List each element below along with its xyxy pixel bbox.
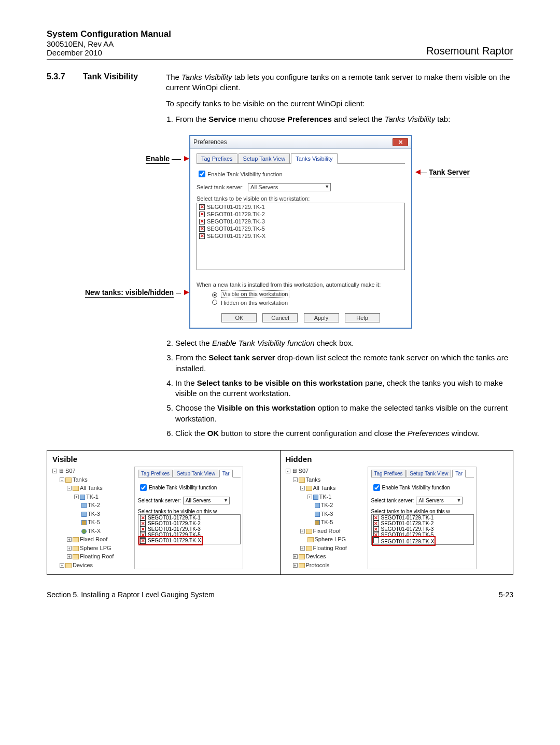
checkbox-icon[interactable]: ✕ (199, 233, 205, 239)
enable-checkbox-row[interactable]: Enable Tank Visibility function (197, 169, 405, 179)
radio-visible[interactable] (212, 292, 217, 298)
checkbox-icon[interactable]: ✕ (199, 204, 205, 210)
intro-para-1: The Tanks Visibility tab lets you config… (166, 72, 513, 93)
step-2: Select the Enable Tank Visibility functi… (175, 338, 513, 348)
ok-button[interactable]: OK (221, 313, 257, 322)
tab-tanks-visibility[interactable]: Tanks Visibility (291, 153, 337, 164)
visible-mini-dialog: Tag Prefixes Setup Tank View Tar Enable … (134, 467, 243, 569)
visible-title: Visible (52, 455, 275, 463)
product-name: Rosemount Raptor (426, 45, 513, 57)
comparison-box: Visible -🖥 S07 -Tanks -All Tanks +TK-1 T… (47, 450, 513, 575)
page-footer: Section 5. Installing a Raptor Level Gau… (47, 591, 513, 599)
step-3: From the Select tank server drop-down li… (175, 353, 513, 374)
server-dropdown[interactable]: All Servers (248, 183, 331, 191)
footer-right: 5-23 (499, 591, 513, 599)
callout-enable: Enable (70, 154, 189, 164)
help-button[interactable]: Help (345, 313, 380, 322)
select-server-label: Select tank server: (197, 184, 244, 190)
newtank-label: When a new tank is installed from this w… (197, 282, 405, 288)
enable-label: Enable Tank Visibility function (207, 171, 283, 177)
apply-button[interactable]: Apply (304, 313, 339, 322)
step-1: From the Service menu choose Preferences… (175, 114, 513, 124)
visible-tree: -🖥 S07 -Tanks -All Tanks +TK-1 TK-2 TK-3… (52, 467, 130, 569)
doc-code: 300510EN, Rev AA (47, 39, 171, 48)
radio-hidden-label: Hidden on this workstation (221, 300, 288, 306)
section-title: Tank Visibility (83, 72, 166, 130)
hidden-title: Hidden (286, 455, 508, 463)
hidden-tree: -🖥 S07 -Tanks -All Tanks +TK-1 TK-2 TK-3… (286, 467, 363, 569)
section-number: 5.3.7 (47, 72, 83, 130)
manual-title: System Configuration Manual (47, 29, 171, 39)
step-6: Click the OK button to store the current… (175, 428, 513, 439)
preferences-dialog: Preferences ✕ Tag Prefixes Setup Tank Vi… (189, 135, 412, 329)
enable-checkbox[interactable] (199, 171, 205, 177)
cancel-button[interactable]: Cancel (262, 313, 298, 322)
checkbox-icon[interactable]: ✕ (199, 226, 205, 232)
tab-setup-tank-view[interactable]: Setup Tank View (239, 153, 290, 163)
page-header: System Configuration Manual 300510EN, Re… (47, 29, 513, 60)
intro-para-2: To specify tanks to be visible on the cu… (166, 99, 513, 109)
checkbox-icon[interactable]: ✕ (199, 219, 205, 224)
callout-newtanks: New tanks: visible/hidden (70, 288, 189, 298)
step-5: Choose the Visible on this workstation o… (175, 403, 513, 424)
radio-visible-label: Visible on this workstation (221, 290, 289, 298)
radio-hidden-row[interactable]: Hidden on this workstation (212, 300, 405, 306)
preferences-figure: Enable New tanks: visible/hidden Prefere… (47, 135, 513, 329)
checkbox-icon[interactable]: ✕ (199, 212, 205, 217)
close-button[interactable]: ✕ (393, 138, 408, 146)
doc-date: December 2010 (47, 48, 171, 57)
select-tanks-label: Select tanks to be visible on this works… (197, 195, 405, 202)
callout-tankserver: Tank Server (412, 168, 490, 177)
hidden-mini-dialog: Tag Prefixes Setup Tank View Tar Enable … (368, 467, 477, 569)
radio-hidden[interactable] (212, 300, 217, 305)
dialog-title: Preferences (193, 138, 227, 146)
tank-list[interactable]: ✕SEGOT01-01729.TK-1 ✕SEGOT01-01729.TK-2 … (197, 203, 405, 270)
radio-visible-row[interactable]: Visible on this workstation (212, 291, 405, 298)
step-4: In the Select tanks to be visible on thi… (175, 378, 513, 399)
footer-left: Section 5. Installing a Raptor Level Gau… (47, 591, 215, 599)
tab-tag-prefixes[interactable]: Tag Prefixes (197, 153, 237, 163)
